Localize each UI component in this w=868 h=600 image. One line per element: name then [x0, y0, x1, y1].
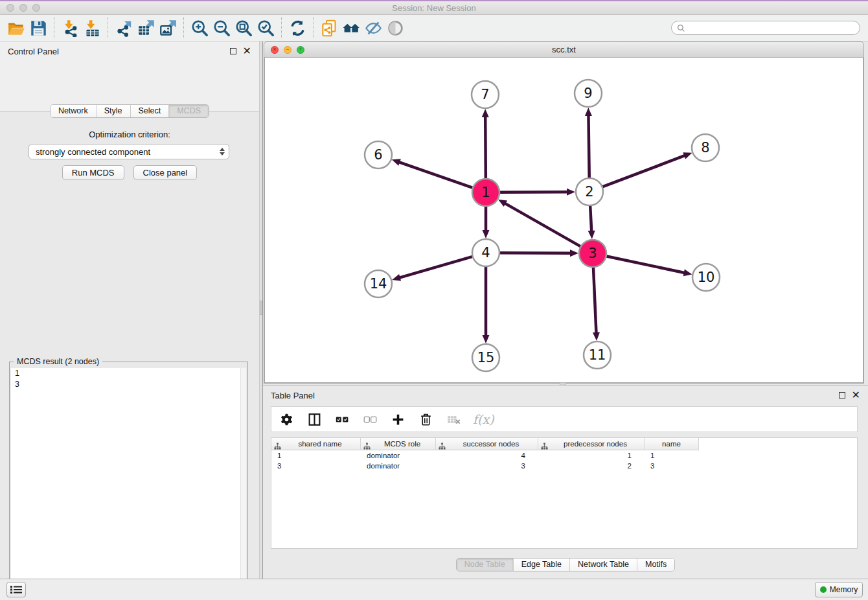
cell-MCDS-role[interactable]: dominator [361, 450, 436, 461]
edge-3-11[interactable] [593, 268, 597, 334]
tab-network[interactable]: Network [51, 105, 96, 117]
memory-status-icon [820, 586, 827, 593]
zoom-in-icon[interactable] [188, 17, 211, 39]
mcds-result-textarea[interactable]: 13 [11, 368, 246, 600]
deselect-all-icon[interactable] [361, 411, 378, 428]
export-image-icon[interactable] [157, 17, 179, 39]
export-network-icon[interactable] [113, 17, 135, 39]
tab-mcds[interactable]: MCDS [168, 105, 209, 117]
save-session-icon[interactable] [27, 17, 49, 39]
edge-4-14[interactable] [399, 257, 472, 278]
app-titlebar: Session: New Session [0, 1, 868, 15]
toolbar-separator [313, 17, 314, 38]
column-header-shared-name[interactable]: shared name [271, 438, 361, 450]
gear-icon[interactable] [278, 411, 295, 428]
run-mcds-button[interactable]: Run MCDS [62, 165, 124, 180]
import-table-icon[interactable] [81, 17, 103, 39]
tab-edge-table[interactable]: Edge Table [513, 559, 569, 571]
node-table[interactable]: shared nameMCDS rolesuccessor nodesprede… [271, 437, 858, 549]
trash-icon[interactable] [417, 411, 434, 428]
sort-icon[interactable] [541, 441, 548, 448]
memory-button[interactable]: Memory [815, 582, 863, 597]
edge-3-10[interactable] [607, 257, 685, 273]
tab-node-table[interactable]: Node Table [457, 559, 513, 571]
search-input[interactable] [688, 23, 854, 32]
tab-style[interactable]: Style [96, 105, 130, 117]
column-header-name[interactable]: name [645, 438, 699, 450]
zoom-out-icon[interactable] [211, 17, 233, 39]
columns-icon[interactable] [306, 411, 323, 428]
cell-successor-nodes[interactable]: 4 [436, 450, 538, 461]
hide-icon[interactable] [362, 17, 384, 39]
graph-node-label: 1 [481, 185, 490, 200]
edge-2-9[interactable] [588, 115, 589, 178]
sort-icon[interactable] [439, 441, 446, 448]
mcds-result-scrollbar[interactable] [240, 368, 246, 600]
table-row[interactable]: 1dominator411 [271, 450, 857, 461]
column-header-MCDS-role[interactable]: MCDS role [361, 438, 436, 450]
column-header-predecessor-nodes[interactable]: predecessor nodes [538, 438, 645, 450]
network-canvas[interactable]: 7968124314101511 [264, 58, 864, 384]
tab-network-table[interactable]: Network Table [569, 559, 637, 571]
network-graph[interactable]: 7968124314101511 [265, 58, 863, 382]
graph-node-label: 8 [701, 140, 709, 156]
edge-1-2[interactable] [500, 192, 568, 192]
status-bar: Memory [0, 579, 868, 600]
refresh-icon[interactable] [286, 17, 308, 39]
edge-3-1[interactable] [505, 203, 580, 246]
graph-node-label: 3 [588, 246, 597, 261]
network-window-title: scc.txt [264, 45, 863, 54]
cell-name[interactable]: 1 [645, 450, 699, 461]
zoom-fit-icon[interactable] [233, 17, 255, 39]
mcds-result-line: 3 [11, 379, 246, 390]
export-table-icon[interactable] [135, 17, 157, 39]
edge-4-3[interactable] [500, 253, 571, 253]
float-table-panel-icon[interactable] [839, 392, 845, 398]
close-table-panel-icon[interactable]: ✕ [852, 392, 860, 398]
cell-MCDS-role[interactable]: dominator [361, 461, 436, 471]
search-field[interactable] [671, 21, 860, 35]
edge-2-8[interactable] [603, 156, 686, 187]
open-session-icon[interactable] [5, 17, 27, 39]
cell-successor-nodes[interactable]: 3 [436, 461, 538, 471]
function-icon: f(x) [473, 412, 494, 426]
arrowhead-icon [482, 109, 489, 117]
edge-1-7[interactable] [485, 116, 486, 178]
edge-2-3[interactable] [590, 206, 591, 232]
cell-predecessor-nodes[interactable]: 2 [538, 461, 645, 471]
task-history-button[interactable] [6, 582, 26, 597]
float-panel-icon[interactable] [230, 48, 236, 54]
close-panel-icon[interactable]: ✕ [243, 48, 251, 54]
select-all-icon[interactable] [334, 411, 350, 428]
import-network-icon[interactable] [59, 17, 81, 39]
eye-icon[interactable] [384, 17, 406, 39]
tab-select[interactable]: Select [130, 105, 169, 117]
main-toolbar [0, 15, 868, 41]
arrowhead-icon [567, 189, 575, 196]
add-icon[interactable] [389, 411, 406, 428]
sort-icon[interactable] [363, 441, 371, 448]
edge-1-6[interactable] [398, 162, 472, 188]
network-window-titlebar[interactable]: × − + scc.txt [264, 41, 864, 58]
workspace: × − + scc.txt 7968124314101511 Table Pan… [263, 41, 868, 579]
home-icon[interactable] [340, 17, 362, 39]
splitter-handle[interactable] [260, 301, 262, 315]
mcds-result-line: 1 [11, 368, 246, 379]
mcds-result-title: MCDS result (2 nodes) [14, 357, 102, 366]
table-row[interactable]: 3dominator323 [271, 461, 857, 471]
close-panel-button[interactable]: Close panel [133, 165, 198, 180]
optimization-criterion-select[interactable]: strongly connected component [29, 144, 229, 159]
control-panel-tabs: NetworkStyleSelectMCDS [0, 104, 259, 118]
sort-icon[interactable] [274, 441, 281, 448]
cell-predecessor-nodes[interactable]: 1 [538, 450, 645, 461]
table-panel: Table Panel ✕ f(x) shared nameMCDS roles… [263, 385, 868, 579]
cell-name[interactable]: 3 [645, 461, 699, 471]
column-header-successor-nodes[interactable]: successor nodes [436, 438, 538, 450]
cell-shared-name[interactable]: 1 [271, 450, 361, 461]
zoom-selected-icon[interactable] [255, 17, 277, 39]
cell-shared-name[interactable]: 3 [271, 461, 361, 471]
tab-motifs[interactable]: Motifs [637, 559, 674, 571]
control-panel-title: Control Panel [8, 47, 59, 56]
control-panel-header: Control Panel ✕ [0, 41, 259, 61]
network-from-file-icon[interactable] [318, 17, 340, 39]
